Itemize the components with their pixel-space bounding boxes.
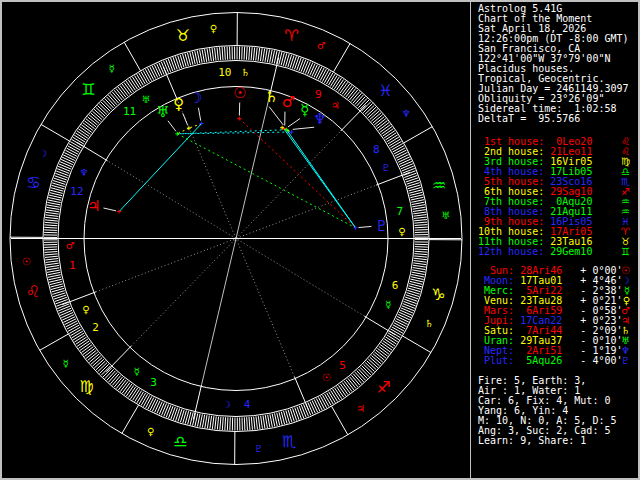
degree-tick bbox=[58, 306, 70, 311]
degree-tick bbox=[395, 150, 407, 156]
degree-tick bbox=[263, 415, 265, 428]
degree-tick bbox=[157, 64, 162, 76]
degree-tick bbox=[212, 48, 214, 61]
degree-tick bbox=[47, 270, 60, 272]
degree-tick bbox=[220, 47, 221, 60]
planet-pointer-line bbox=[168, 121, 176, 131]
degree-tick bbox=[412, 270, 425, 272]
degree-tick bbox=[412, 205, 425, 207]
house-cusp-value: 29Gem10 bbox=[544, 246, 592, 257]
degree-tick bbox=[57, 169, 69, 174]
aspect-line-square bbox=[239, 119, 355, 228]
degree-tick bbox=[258, 416, 260, 429]
degree-tick bbox=[249, 47, 250, 60]
house-row: 12th house: 29Gem10♊ bbox=[478, 247, 636, 257]
sign-boundary bbox=[403, 336, 431, 353]
degree-tick bbox=[48, 275, 61, 278]
house-ruler-icon: ♆ bbox=[79, 167, 88, 178]
degree-tick bbox=[258, 48, 260, 61]
degree-tick bbox=[63, 155, 75, 161]
degree-tick bbox=[45, 217, 58, 218]
house-cusp-spoke bbox=[106, 346, 131, 372]
degree-tick bbox=[46, 261, 59, 263]
degree-tick bbox=[399, 159, 411, 164]
degree-tick bbox=[404, 301, 416, 306]
degree-tick bbox=[303, 61, 308, 73]
degree-tick bbox=[66, 321, 78, 327]
degree-tick bbox=[164, 61, 169, 73]
degree-tick bbox=[256, 416, 257, 429]
sign-ruler-icon: ☉ bbox=[22, 256, 31, 267]
degree-tick bbox=[272, 414, 275, 427]
house-ruler-icon: ♂ bbox=[66, 240, 75, 251]
house-number-12: 12 bbox=[70, 185, 83, 198]
degree-tick bbox=[401, 308, 413, 313]
sign-glyph-leo: ♌ bbox=[26, 282, 40, 301]
degree-tick bbox=[46, 210, 59, 212]
degree-tick bbox=[268, 415, 270, 428]
house-number-8: 8 bbox=[373, 143, 380, 156]
degree-tick bbox=[413, 212, 426, 214]
sign-ruler-icon: ♅ bbox=[441, 210, 450, 221]
degree-tick bbox=[414, 258, 427, 259]
degree-tick bbox=[310, 64, 315, 76]
degree-tick bbox=[47, 268, 60, 270]
planet-list: Sun: 28Ari46 + 0°00'☉ Moon: 17Tau01 + 4°… bbox=[478, 266, 636, 366]
sign-ruler-icon: ☽ bbox=[39, 148, 48, 159]
sign-boundary bbox=[40, 334, 69, 350]
stats-line: Learn: 9, Share: 1 bbox=[478, 436, 636, 446]
degree-tick bbox=[148, 398, 154, 410]
degree-tick bbox=[225, 417, 226, 430]
degree-tick bbox=[205, 49, 207, 62]
house-number-2: 2 bbox=[92, 321, 99, 334]
degree-tick bbox=[60, 162, 72, 167]
degree-tick bbox=[65, 150, 77, 156]
degree-tick bbox=[400, 161, 412, 166]
degree-tick bbox=[227, 47, 228, 60]
degree-tick bbox=[244, 47, 245, 60]
degree-tick bbox=[411, 200, 424, 203]
degree-tick bbox=[414, 217, 427, 218]
degree-tick bbox=[263, 49, 265, 62]
planet-glyph-nept: ♆ bbox=[313, 110, 326, 128]
degree-tick bbox=[261, 416, 263, 429]
degree-tick bbox=[402, 306, 414, 311]
degree-tick bbox=[215, 416, 216, 429]
degree-tick bbox=[414, 220, 427, 221]
degree-tick bbox=[44, 230, 57, 231]
house-number-5: 5 bbox=[339, 359, 346, 372]
degree-tick bbox=[308, 402, 313, 414]
degree-tick bbox=[62, 157, 74, 163]
degree-tick bbox=[207, 49, 209, 62]
aspect-line-sextile bbox=[284, 128, 356, 228]
degree-tick bbox=[47, 207, 60, 209]
house-ruler-icon: ♃ bbox=[331, 100, 340, 111]
degree-tick bbox=[197, 414, 200, 427]
planet-label: Plut: bbox=[478, 355, 514, 366]
degree-tick bbox=[244, 417, 245, 430]
degree-tick bbox=[401, 164, 413, 169]
house-label: 12th house: bbox=[478, 246, 544, 257]
degree-tick bbox=[222, 47, 223, 60]
degree-tick bbox=[44, 227, 57, 228]
degree-tick bbox=[403, 171, 415, 176]
degree-tick bbox=[159, 63, 164, 75]
planet-pointer-line bbox=[288, 119, 300, 127]
sign-ruler-icon: ♇ bbox=[254, 443, 263, 454]
degree-tick bbox=[301, 60, 306, 72]
degree-tick bbox=[46, 212, 59, 214]
planet-glyph-merc: ☿ bbox=[300, 101, 309, 119]
delta-t: DeltaT = 95.5766 bbox=[478, 114, 636, 124]
degree-tick bbox=[395, 321, 407, 327]
degree-tick bbox=[301, 405, 306, 417]
degree-tick bbox=[398, 314, 410, 320]
degree-tick bbox=[44, 247, 57, 248]
planet-glyph-plut: ♇ bbox=[375, 217, 388, 235]
degree-tick bbox=[396, 152, 408, 158]
degree-tick bbox=[168, 59, 173, 71]
house-ruler-icon: ☉ bbox=[322, 372, 331, 383]
planet-pointer-line bbox=[103, 208, 116, 211]
house-ruler-icon: ♄ bbox=[241, 67, 250, 78]
degree-tick bbox=[200, 414, 202, 427]
degree-tick bbox=[148, 68, 154, 80]
